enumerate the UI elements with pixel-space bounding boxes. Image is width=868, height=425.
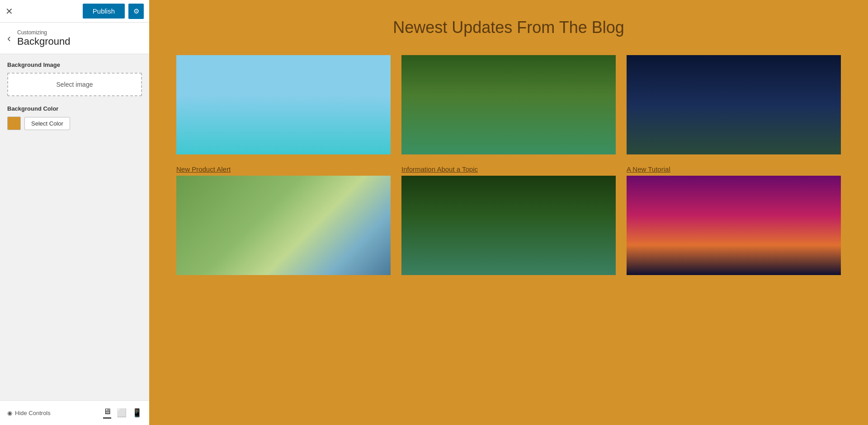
background-image-label: Background Image: [7, 61, 142, 68]
blog-card: [627, 55, 841, 154]
background-color-label: Background Color: [7, 105, 142, 112]
blog-card: New Product Alert: [176, 165, 391, 275]
desktop-icon: 🖥: [103, 407, 111, 416]
back-button[interactable]: ‹: [7, 32, 11, 45]
blog-card: [401, 55, 616, 154]
select-image-button[interactable]: Select image: [7, 73, 142, 96]
desktop-view-button[interactable]: 🖥: [103, 407, 111, 419]
sidebar-footer: ◉ Hide Controls 🖥 ⬜ 📱: [0, 400, 149, 425]
blog-card: A New Tutorial: [627, 165, 841, 275]
main-preview: Newest Updates From The Blog New Product…: [149, 0, 868, 425]
blog-card-image: [627, 176, 841, 275]
hide-controls-button[interactable]: ◉ Hide Controls: [7, 410, 51, 416]
breadcrumb-title: Background: [17, 36, 70, 47]
blog-card-image: [401, 55, 616, 154]
breadcrumb-label: Customizing: [17, 29, 70, 36]
publish-bar: ✕ Publish ⚙: [0, 0, 149, 23]
blog-card-link[interactable]: New Product Alert: [176, 165, 391, 173]
color-row: Select Color: [7, 117, 142, 130]
gear-button[interactable]: ⚙: [128, 4, 144, 19]
tablet-view-button[interactable]: ⬜: [117, 408, 127, 418]
footer-icons: 🖥 ⬜ 📱: [103, 407, 142, 419]
hide-controls-label: Hide Controls: [15, 410, 51, 416]
blog-grid: New Product AlertInformation About a Top…: [176, 55, 841, 275]
eye-icon: ◉: [7, 410, 12, 416]
breadcrumb: Customizing Background: [17, 29, 70, 47]
breadcrumb-area: ‹ Customizing Background: [0, 23, 149, 54]
mobile-icon: 📱: [132, 408, 142, 417]
blog-card-image: [176, 176, 391, 275]
blog-card-link[interactable]: A New Tutorial: [627, 165, 841, 173]
sidebar: ✕ Publish ⚙ ‹ Customizing Background Bac…: [0, 0, 149, 425]
blog-card: Information About a Topic: [401, 165, 616, 275]
tablet-icon: ⬜: [117, 408, 127, 417]
publish-button[interactable]: Publish: [83, 4, 125, 19]
blog-card-link[interactable]: Information About a Topic: [401, 165, 616, 173]
mobile-view-button[interactable]: 📱: [132, 408, 142, 418]
blog-card: [176, 55, 391, 154]
blog-card-image: [176, 55, 391, 154]
blog-card-image: [627, 55, 841, 154]
close-top-button[interactable]: ✕: [5, 6, 13, 17]
blog-card-image: [401, 176, 616, 275]
back-icon: ‹: [7, 32, 11, 44]
preview-title: Newest Updates From The Blog: [176, 18, 841, 37]
color-swatch[interactable]: [7, 117, 21, 130]
gear-icon: ⚙: [133, 7, 139, 15]
sidebar-content: Background Image Select image Background…: [0, 54, 149, 400]
select-color-button[interactable]: Select Color: [24, 117, 70, 130]
